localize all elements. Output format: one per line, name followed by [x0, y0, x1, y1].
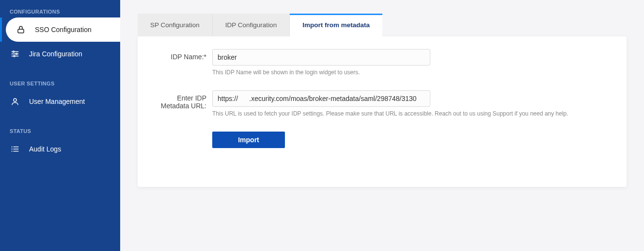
- svg-point-5: [16, 53, 17, 55]
- svg-point-7: [14, 99, 16, 101]
- svg-point-6: [14, 55, 15, 57]
- tab-sp-configuration[interactable]: SP Configuration: [138, 14, 213, 36]
- sidebar-section-user-settings: USER SETTINGS: [0, 77, 120, 89]
- tab-bar: SP Configuration IDP Configuration Impor…: [138, 14, 627, 36]
- idp-name-input[interactable]: [212, 49, 430, 66]
- sidebar-section-status: STATUS: [0, 124, 120, 137]
- sidebar-item-label: Jira Configuration: [29, 50, 82, 58]
- svg-point-11: [12, 147, 12, 147]
- sidebar-item-label: SSO Configuration: [35, 26, 92, 33]
- import-button[interactable]: Import: [212, 132, 285, 148]
- sidebar-item-jira-configuration[interactable]: Jira Configuration: [0, 42, 120, 66]
- tab-import-metadata[interactable]: Import from metadata: [290, 14, 382, 36]
- metadata-url-input[interactable]: [212, 90, 430, 107]
- sidebar-item-audit-logs[interactable]: Audit Logs: [0, 137, 120, 161]
- svg-point-4: [13, 51, 15, 52]
- lock-icon: [16, 24, 26, 35]
- sliders-icon: [10, 49, 20, 59]
- metadata-url-label: Enter IDP Metadata URL:: [149, 90, 212, 118]
- idp-name-label: IDP Name:*: [149, 49, 212, 77]
- sidebar-section-configurations: CONFIGURATIONS: [0, 5, 120, 17]
- main-content: SP Configuration IDP Configuration Impor…: [120, 0, 644, 251]
- sidebar-item-label: Audit Logs: [29, 145, 61, 153]
- sidebar-item-sso-configuration[interactable]: SSO Configuration: [6, 17, 120, 42]
- panel-import-metadata: IDP Name:* This IDP Name will be shown i…: [138, 36, 627, 187]
- svg-rect-0: [18, 29, 24, 33]
- idp-name-help: This IDP Name will be shown in the login…: [212, 68, 615, 77]
- tab-idp-configuration[interactable]: IDP Configuration: [213, 14, 290, 36]
- user-icon: [10, 96, 20, 107]
- svg-point-12: [12, 149, 12, 150]
- metadata-url-help: This URL is used to fetch your IDP setti…: [212, 110, 615, 118]
- sidebar-item-user-management[interactable]: User Management: [0, 89, 120, 114]
- list-icon: [10, 144, 20, 154]
- sidebar: CONFIGURATIONS SSO Configuration Jira Co…: [0, 0, 120, 251]
- sidebar-item-label: User Management: [29, 98, 85, 105]
- svg-point-13: [12, 151, 12, 151]
